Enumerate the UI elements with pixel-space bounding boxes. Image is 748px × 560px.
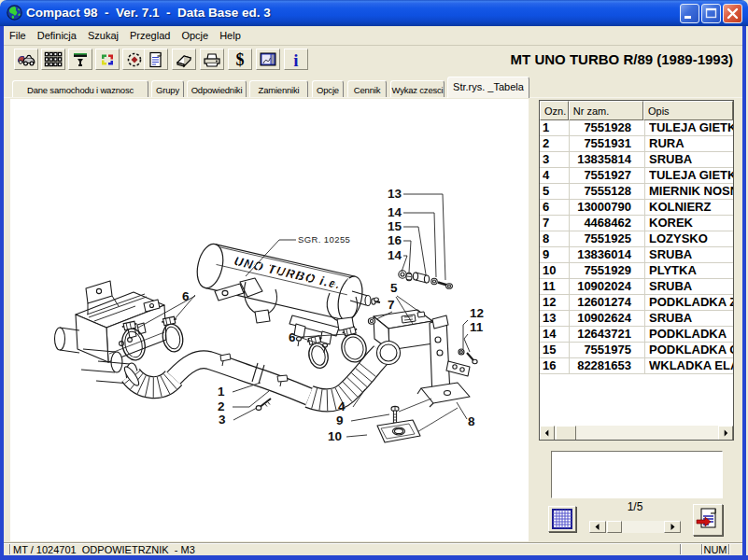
afm-conn <box>402 315 416 323</box>
column-header-nrzam[interactable]: Nr zam. <box>569 101 643 120</box>
cell-ozn: 5 <box>543 184 569 199</box>
eraser-icon <box>175 51 193 68</box>
plate-10-hole2 <box>395 428 403 433</box>
toolbar-button-printer[interactable] <box>200 49 224 70</box>
close-button[interactable] <box>723 4 742 23</box>
menu-item-help[interactable]: Help <box>214 27 247 45</box>
grid-icon <box>44 51 63 68</box>
tab-zamienniki[interactable]: Zamienniki <box>249 80 308 98</box>
toolbar-button-grid[interactable] <box>41 49 65 70</box>
column-header-opis[interactable]: Opis <box>643 101 733 120</box>
tab-odpowiedniki[interactable]: Odpowiedniki <box>187 80 247 98</box>
cell-opis: KOLNIERZ <box>649 200 733 215</box>
toolbar-button-screen[interactable] <box>256 49 280 70</box>
sgr-label: SGR. 10255 <box>298 234 350 245</box>
cell-opis: WKLADKA ELA <box>649 358 733 373</box>
grid-icon-part-part-part <box>59 63 62 65</box>
latch-bolt2 <box>128 338 133 343</box>
table-hscroll-thumb[interactable] <box>556 426 576 441</box>
menu-item-szukaj[interactable]: Szukaj <box>82 27 124 45</box>
cycle-arrows-icon-part-part <box>108 61 113 65</box>
tab-dane-samochodu-i-waznosc[interactable]: Dane samochodu i waznosc <box>12 80 148 98</box>
target-icon-part-part <box>132 56 138 63</box>
menu-item-file[interactable]: File <box>4 27 32 45</box>
intercooler-cylinder: UNO TURBO i.e. <box>193 242 366 323</box>
maximize-icon-part <box>707 8 716 10</box>
bracket-hole1 <box>435 337 441 343</box>
toolbar-button-filter[interactable] <box>68 49 92 70</box>
printer-icon <box>203 51 221 68</box>
tab-opcje[interactable]: Opcje <box>312 80 344 98</box>
close-icon-part <box>728 9 737 18</box>
window-title: Compact 98 - Ver. 7.1 - Data Base ed. 3 <box>26 6 271 20</box>
flange-hole1 <box>453 365 457 369</box>
scroll-left-icon <box>541 426 554 441</box>
leader-14 <box>402 256 407 272</box>
cell-ozn: 10 <box>543 263 569 278</box>
maximize-button[interactable] <box>701 4 721 23</box>
target-icon-part <box>125 51 144 68</box>
menu-item-przeglad[interactable]: Przeglad <box>124 27 176 45</box>
cycle-arrows-icon <box>98 51 117 68</box>
table-hscroll-right-button[interactable] <box>718 426 733 441</box>
leader-11 <box>464 334 470 352</box>
grid-view-button[interactable] <box>548 506 576 532</box>
cars-icon-part-part <box>27 55 32 58</box>
table-header: Ozn.Nr zam.Opis <box>540 101 733 120</box>
toolbar-button-cycle-arrows[interactable] <box>95 49 120 70</box>
leader-8 <box>457 402 467 419</box>
page-scroll-left-button[interactable] <box>589 521 606 533</box>
rail-bolt1s <box>298 341 299 346</box>
dollar-icon-part-part: $ <box>236 51 245 68</box>
toolbar-button-cars[interactable] <box>14 49 38 70</box>
cell-opis: PODKLADKA <box>649 327 733 342</box>
grid-icon-part-part-part <box>45 52 48 55</box>
grid-icon-part-part-part <box>54 57 57 60</box>
diagram-panel: UNO TURBO i.e.12345667891011121314151614… <box>10 99 529 541</box>
cell-ozn: 1 <box>543 120 569 135</box>
toolbar-button-eraser[interactable] <box>172 49 196 70</box>
eraser-icon-part-part <box>184 56 191 66</box>
tab-cennik[interactable]: Cennik <box>347 80 387 98</box>
minimize-button[interactable] <box>680 4 699 23</box>
hose-c-core <box>309 354 382 400</box>
grid-icon-part-part <box>45 52 61 65</box>
callout-11: 11 <box>470 320 484 334</box>
flange-hole2 <box>460 368 464 371</box>
message-box[interactable] <box>551 451 723 498</box>
toolbar-button-document[interactable] <box>144 49 168 70</box>
menu-item-opcje[interactable]: Opcje <box>176 27 214 45</box>
tab-wykaz-czesci[interactable]: Wykaz czesci <box>390 80 445 98</box>
printer-icon-part-part <box>206 63 218 66</box>
tab-grupy[interactable]: Grupy <box>151 80 184 98</box>
lc1-bottom <box>81 370 115 372</box>
toolbar-button-dollar[interactable]: $ <box>228 49 252 70</box>
screen-icon-part-part <box>262 54 271 63</box>
scroll-right-icon-part <box>725 430 728 437</box>
grid-icon-part-part-part <box>49 52 52 55</box>
page-scroll-thumb[interactable] <box>607 521 622 533</box>
callout-2: 2 <box>218 399 225 413</box>
table-hscroll-track[interactable] <box>555 426 718 441</box>
callout-13: 13 <box>388 187 402 201</box>
dollar-icon: $ <box>231 51 249 68</box>
cell-opis: SRUBA <box>649 152 733 167</box>
callout-3: 3 <box>219 413 226 427</box>
page-scroll-right-button[interactable] <box>664 521 681 533</box>
scroll-left-icon-part <box>545 430 549 437</box>
export-print-button[interactable] <box>693 504 723 536</box>
cell-opis: RURA <box>649 136 733 151</box>
cell-opis: SRUBA <box>649 247 733 262</box>
table-hscroll-left-button[interactable] <box>540 426 555 441</box>
column-header-ozn[interactable]: Ozn. <box>540 101 569 120</box>
toolbar-button-info[interactable]: i <box>284 49 308 70</box>
bracket-hole2 <box>437 350 443 356</box>
grid-icon-part-part-part <box>45 57 48 60</box>
callout-5: 5 <box>390 281 398 295</box>
minimize-icon-part <box>684 16 691 19</box>
tab-str-rys-tabela[interactable]: Str.rys. _Tabela <box>447 77 529 98</box>
menu-item-definicja[interactable]: Definicja <box>32 27 82 45</box>
bolt-11-shaft <box>467 353 473 360</box>
afm-inlet-inner <box>380 344 397 361</box>
assembly-line <box>399 399 431 412</box>
